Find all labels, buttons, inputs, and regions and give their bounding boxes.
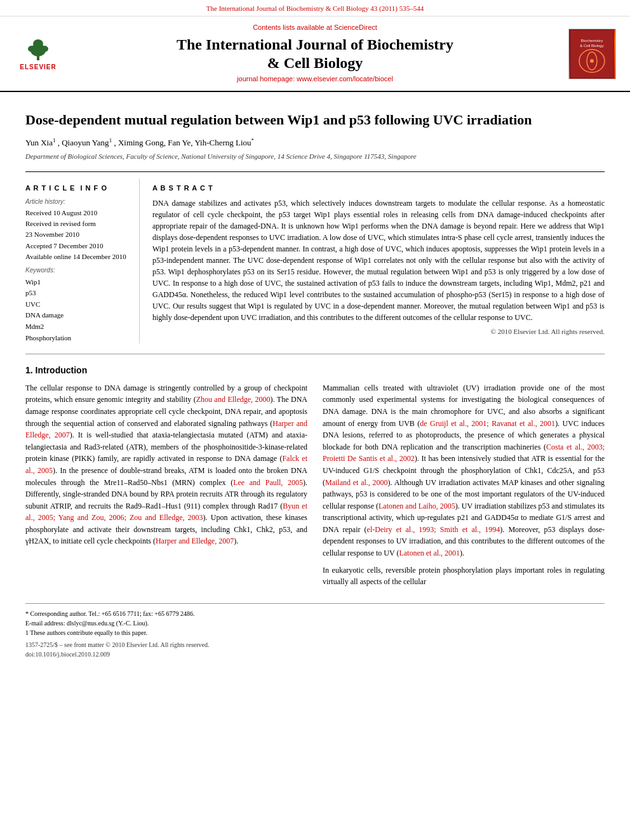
- journal-header-left: ELSEVIER: [13, 23, 64, 84]
- body-col1-p1: The cellular response to DNA damage is s…: [25, 382, 307, 547]
- ref-zhou-elledge[interactable]: Zhou and Elledge, 2000: [196, 395, 271, 404]
- body-right-col: Mammalian cells treated with ultraviolet…: [323, 382, 605, 593]
- issn-text: 1357-2725/$ – see front matter © 2010 El…: [25, 640, 605, 650]
- keywords-list: Wip1 p53 UVC DNA damage Mdm2 Phosphoryla…: [25, 277, 133, 344]
- ref-falck-2005[interactable]: Falck et al., 2005: [25, 454, 307, 475]
- doi-text: doi:10.1016/j.biocel.2010.12.009: [25, 650, 605, 659]
- keyword-wip1: Wip1: [25, 277, 133, 288]
- section-divider: [25, 354, 605, 354]
- journal-header-center: Contents lists available at ScienceDirec…: [70, 23, 560, 84]
- keyword-phosphorylation: Phosphorylation: [25, 333, 133, 344]
- journal-title: The International Journal of Biochemistr…: [177, 36, 453, 72]
- ref-harper-elledge-2007b[interactable]: Harper and Elledge, 2007: [156, 537, 234, 545]
- author2-sup: 1: [109, 137, 112, 143]
- journal-header-right: Biochemistry & Cell Biology: [566, 23, 617, 84]
- cover-thumbnail-icon: Biochemistry & Cell Biology: [570, 29, 614, 79]
- ref-latonen-2001[interactable]: Latonen et al., 2001: [399, 549, 460, 557]
- svg-rect-6: [571, 30, 613, 77]
- affiliation: Department of Biological Sciences, Facul…: [25, 152, 605, 161]
- author1: Yun Xia: [25, 138, 53, 148]
- body-col2-p1: Mammalian cells treated with ultraviolet…: [323, 382, 605, 559]
- article-info-abstract-section: A R T I C L E I N F O Article history: R…: [25, 171, 605, 343]
- author3-and-rest: , Ximing Gong, Fan Ye, Yih-Cherng Liou: [114, 138, 251, 148]
- footnotes-section: * Corresponding author. Tel.: +65 6516 7…: [25, 603, 605, 659]
- accepted-date: Accepted 7 December 2010: [25, 241, 133, 251]
- author2: , Qiaoyun Yang: [58, 138, 109, 148]
- journal-title-line1: The International Journal of Biochemistr…: [177, 36, 453, 53]
- elsevier-tree-icon: [22, 36, 54, 62]
- article-title: Dose-dependent mutual regulation between…: [25, 111, 605, 130]
- sciencedirect-link[interactable]: Contents lists available at ScienceDirec…: [253, 23, 377, 32]
- footnote-corresponding: * Corresponding author. Tel.: +65 6516 7…: [25, 609, 605, 618]
- article-history-label: Article history:: [25, 197, 133, 206]
- journal-title-line2: & Cell Biology: [267, 55, 363, 71]
- journal-header: ELSEVIER Contents lists available at Sci…: [0, 17, 630, 91]
- journal-cover-image: Biochemistry & Cell Biology: [568, 29, 616, 79]
- revised-label: Received in revised form: [25, 219, 133, 229]
- body-col2-p2: In eukaryotic cells, reversible protein …: [323, 564, 605, 588]
- authors-line: Yun Xia1 , Qiaoyun Yang1 , Ximing Gong, …: [25, 137, 605, 149]
- svg-text:& Cell Biology: & Cell Biology: [580, 44, 603, 48]
- keyword-p53: p53: [25, 288, 133, 299]
- homepage-url[interactable]: www.elsevier.com/locate/biocel: [297, 75, 393, 83]
- copyright-text: © 2010 Elsevier Ltd. All rights reserved…: [152, 327, 605, 337]
- ref-harper-elledge-2007[interactable]: Harper and Elledge, 2007: [25, 419, 307, 440]
- ref-mailand[interactable]: Mailand et al., 2000: [325, 478, 388, 487]
- ref-lee-paull[interactable]: Lee and Paull, 2005: [233, 478, 303, 487]
- svg-text:Biochemistry: Biochemistry: [581, 39, 603, 43]
- author1-sup: 1: [53, 137, 56, 143]
- page-wrapper: The International Journal of Biochemistr…: [0, 0, 630, 840]
- author-star: *: [251, 137, 255, 143]
- available-online: Available online 14 December 2010: [25, 252, 133, 262]
- article-info-column: A R T I C L E I N F O Article history: R…: [25, 178, 140, 343]
- keyword-dna-damage: DNA damage: [25, 310, 133, 321]
- journal-homepage: journal homepage: www.elsevier.com/locat…: [237, 74, 393, 84]
- keyword-uvc: UVC: [25, 299, 133, 310]
- journal-citation: The International Journal of Biochemistr…: [206, 4, 424, 12]
- footnote-email: E-mail address: dlslyc@nus.edu.sg (Y.-C.…: [25, 618, 605, 628]
- elsevier-logo: ELSEVIER: [13, 35, 64, 73]
- ref-byun-2005[interactable]: Byun et al., 2005; Yang and Zou, 2006; Z…: [25, 502, 307, 523]
- article-info-section-label: A R T I C L E I N F O: [25, 183, 133, 193]
- issn-doi-bar: 1357-2725/$ – see front matter © 2010 El…: [25, 640, 605, 659]
- abstract-section-label: A B S T R A C T: [152, 183, 605, 193]
- body-left-col: The cellular response to DNA damage is s…: [25, 382, 307, 593]
- sciencedirect-name: ScienceDirect: [334, 23, 377, 31]
- ref-el-deiry[interactable]: el-Deiry et al., 1993; Smith et al., 199…: [367, 525, 500, 534]
- body-columns: The cellular response to DNA damage is s…: [25, 382, 605, 593]
- footnote-email-text: E-mail address: dlslyc@nus.edu.sg (Y.-C.…: [25, 620, 149, 627]
- ref-costa-2003[interactable]: Costa et al., 2003; Proietti De Santis e…: [323, 443, 605, 463]
- keyword-mdm2: Mdm2: [25, 321, 133, 333]
- abstract-text: DNA damage stabilizes and activates p53,…: [152, 197, 605, 323]
- homepage-label: journal homepage:: [237, 75, 295, 83]
- contents-label: Contents lists available at: [253, 23, 332, 31]
- ref-latonen-laiho[interactable]: Latonen and Laiho, 2005: [379, 502, 455, 510]
- svg-point-4: [33, 39, 43, 48]
- received-date: Received 10 August 2010: [25, 208, 133, 218]
- article-content: Dose-dependent mutual regulation between…: [0, 92, 630, 672]
- footnote-equal-contrib: 1 These authors contribute equally to th…: [25, 628, 605, 637]
- keywords-label: Keywords:: [25, 266, 133, 275]
- revised-date: 23 November 2010: [25, 230, 133, 239]
- elsevier-wordmark: ELSEVIER: [20, 63, 56, 72]
- ref-degruijl[interactable]: de Gruijl et al., 2001; Ravanat et al., …: [420, 419, 555, 428]
- section1-heading: 1. Introduction: [25, 364, 605, 377]
- svg-point-11: [590, 59, 594, 63]
- abstract-column: A B S T R A C T DNA damage stabilizes an…: [152, 178, 605, 343]
- journal-top-bar: The International Journal of Biochemistr…: [0, 0, 630, 17]
